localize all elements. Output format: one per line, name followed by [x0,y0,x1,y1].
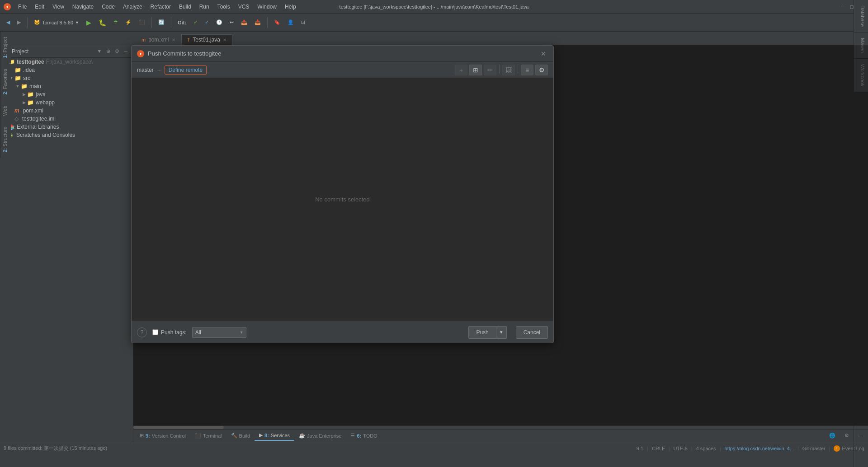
sync-button[interactable]: 🔄 [156,18,167,27]
menu-tools[interactable]: Tools [214,3,234,11]
horizontal-scrollbar[interactable] [133,425,868,429]
version-control-tab[interactable]: ⊞ 9: Version Control [135,431,190,440]
tab-test01-java[interactable]: T Test01.java ✕ [181,34,232,45]
tree-item-iml[interactable]: ◇ testtogitee.iml [0,115,133,123]
project-name: testtogitee [17,59,44,65]
terminal-tab[interactable]: ⬛ Terminal [190,431,226,440]
push-commits-dialog: ♦ Push Commits to testtogitee ✕ master →… [131,45,554,343]
favorites-panel-tab[interactable]: 2: Favorites [0,63,11,100]
java-enterprise-tab[interactable]: ☕ Java Enterprise [294,431,346,440]
layout-button[interactable]: ⊡ [298,18,308,27]
help-button[interactable]: ? [137,327,147,337]
push-tags-checkbox[interactable] [152,329,158,335]
webapp-label: webapp [36,99,55,106]
push-button-group: Push ▼ [468,326,506,339]
menu-edit[interactable]: Edit [31,3,48,11]
version-control-icon: ⊞ [140,433,144,439]
add-action-button[interactable]: + [455,65,467,75]
git-pull[interactable]: 📥 [252,18,264,27]
bookmark-button[interactable]: 🔖 [271,18,283,27]
debug-button[interactable]: 🐛 [96,17,109,28]
services-label: Services [271,433,290,438]
status-indent[interactable]: 4 spaces [696,446,716,451]
minimize-button[interactable]: ─ [839,3,846,10]
services-tab[interactable]: ▶ 8: Services [255,430,294,441]
sidebar-dropdown-button[interactable]: ▼ [95,47,104,55]
java-folder-icon: 📁 [27,91,34,98]
forward-button[interactable]: ▶ [14,18,24,27]
tree-item-src[interactable]: ▼ 📁 src [0,74,133,82]
run-button[interactable]: ▶ [84,17,94,28]
dialog-close-button[interactable]: ✕ [539,49,548,58]
filter-action-button[interactable]: ≡ [521,65,533,75]
grid-action-button[interactable]: ⊞ [469,65,482,75]
menu-navigate[interactable]: Navigate [69,3,97,11]
tree-item-scratches[interactable]: ◉ Scratches and Consoles [0,131,133,139]
tree-item-external-libraries[interactable]: ▶ 📚 External Libraries [0,123,133,131]
settings-action-button[interactable]: ⚙ [535,65,548,75]
web-panel-tab[interactable]: Web [0,100,11,121]
tree-item-main[interactable]: ▼ 📁 main [0,82,133,90]
status-encoding[interactable]: UTF-8 [674,446,688,451]
menu-build[interactable]: Build [175,3,195,11]
src-folder-icon: 📁 [14,75,21,81]
build-tab[interactable]: 🔨 Build [226,431,255,440]
status-git-branch[interactable]: Git master [802,446,826,451]
push-button[interactable]: Push [468,326,496,339]
profile2-button[interactable]: 👤 [285,18,297,27]
scroll-thumb[interactable] [133,426,224,429]
coverage-button[interactable]: ☂ [111,18,121,27]
menu-run[interactable]: Run [196,3,213,11]
branch-name: master [137,67,154,73]
bottom-world-button[interactable]: 🌐 [825,431,840,440]
test01-java-icon: T [187,37,190,42]
cancel-button[interactable]: Cancel [516,326,548,339]
dialog-action-buttons: + ⊞ ✏ 🖼 ≡ ⚙ [455,65,548,75]
stop-button[interactable]: ⬛ [136,18,148,27]
tab-pom-xml[interactable]: m pom.xml ✕ [136,34,181,45]
define-remote-button[interactable]: Define remote [165,65,207,75]
database-panel-tab[interactable]: Database [854,0,868,33]
tree-item-testtogitee[interactable]: ▼ 📁 testtogitee F:\java_workspace\ [0,58,133,66]
tomcat-config[interactable]: 🐱 Tomcat 8.5.60 ▼ [31,18,82,27]
version-control-num: 9: [146,433,150,439]
menu-window[interactable]: Window [254,3,280,11]
no-commits-text: No commits selected [315,196,370,203]
app-icon: ♦ [4,3,11,10]
sidebar-add-button[interactable]: ⊕ [104,47,112,55]
menu-file[interactable]: File [14,3,30,11]
iml-file-icon: ◇ [14,116,19,122]
close-pom-tab[interactable]: ✕ [172,37,175,42]
git-undo[interactable]: ↩ [227,18,236,27]
menu-refactor[interactable]: Refactor [147,3,175,11]
tree-item-webapp[interactable]: ▶ 📁 webapp [0,98,133,107]
menu-code[interactable]: Code [98,3,118,11]
menu-view[interactable]: View [49,3,68,11]
editor-tabs: m pom.xml ✕ T Test01.java ✕ [0,32,868,45]
todo-tab[interactable]: ☰ 6: TODO [346,431,382,440]
structure-panel-tab[interactable]: 2: Structure [0,121,11,158]
tree-item-idea[interactable]: 📁 .idea [0,66,133,74]
profile-button[interactable]: ⚡ [123,18,134,27]
menu-analyze[interactable]: Analyze [119,3,146,11]
push-tags-select[interactable]: All Annotated None [192,327,246,338]
edit-action-button[interactable]: ✏ [484,65,496,75]
menu-help[interactable]: Help [281,3,300,11]
push-dropdown-button[interactable]: ▼ [496,326,507,339]
bottom-settings-button[interactable]: ⚙ [840,431,854,440]
image-action-button[interactable]: 🖼 [502,65,515,75]
status-line-col[interactable]: 9:1 [637,446,643,451]
menu-vcs[interactable]: VCS [235,3,253,11]
project-panel-tab[interactable]: 1: Project [0,32,11,63]
close-test01-tab[interactable]: ✕ [223,37,226,42]
sidebar-settings-button[interactable]: ⚙ [113,47,121,55]
tree-item-java[interactable]: ▶ 📁 java [0,90,133,98]
status-line-ending[interactable]: CRLF [652,446,665,451]
tree-item-pomxml[interactable]: m pom.xml [0,107,133,115]
git-history[interactable]: 🕐 [213,18,225,27]
git-push[interactable]: 📤 [238,18,250,27]
git-checkmark2[interactable]: ✓ [202,18,212,27]
sidebar-minimize-button[interactable]: ─ [122,47,129,55]
back-button[interactable]: ◀ [4,18,13,27]
git-checkmark1[interactable]: ✓ [191,18,200,27]
